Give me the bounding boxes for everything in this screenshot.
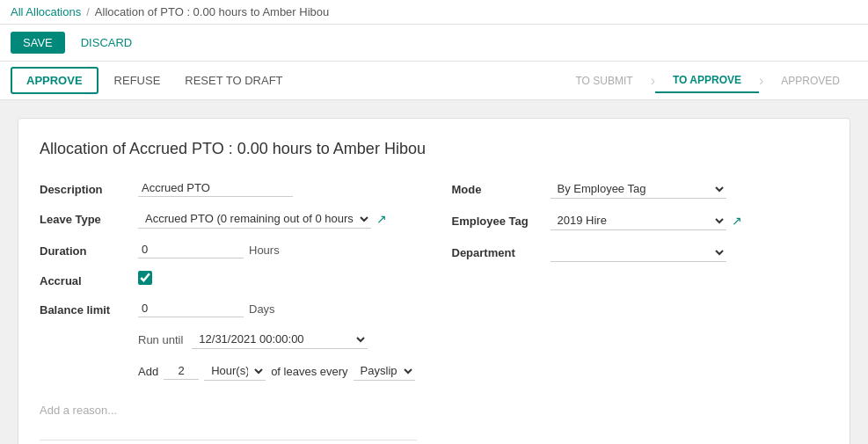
run-until-row: Run until 12/31/2021 00:00:00 <box>40 330 417 349</box>
add-reason-container: Add a reason... <box>40 395 417 426</box>
accrual-label: Accrual <box>40 271 128 288</box>
breadcrumb: All Allocations / Allocation of PTO : 0.… <box>11 5 329 18</box>
description-value-container <box>138 179 417 197</box>
main-content: Allocation of Accrued PTO : 0.00 hours t… <box>0 100 868 444</box>
status-to-submit: TO SUBMIT <box>558 69 651 92</box>
add-leaves-row: Add Hour(s) of leaves every Payslip <box>40 361 417 381</box>
form-title: Allocation of Accrued PTO : 0.00 hours t… <box>40 140 828 158</box>
accrual-checkbox[interactable] <box>138 271 152 285</box>
status-bar: TO SUBMIT › TO APPROVE › APPROVED <box>558 69 858 93</box>
accrual-value-container <box>138 271 417 285</box>
approve-button[interactable]: APPROVE <box>11 67 98 94</box>
duration-input[interactable] <box>138 241 244 258</box>
description-input[interactable] <box>138 179 293 197</box>
balance-limit-label: Balance limit <box>40 300 128 317</box>
leave-type-select[interactable]: Accrued PTO (0 remaining out of 0 hours <box>138 209 371 229</box>
mode-label: Mode <box>452 179 540 196</box>
balance-limit-input[interactable] <box>138 300 244 317</box>
leave-type-row: Leave Type Accrued PTO (0 remaining out … <box>40 209 417 229</box>
leave-type-external-link-icon[interactable]: ↗ <box>376 212 387 226</box>
duration-label: Duration <box>40 241 128 258</box>
discard-button[interactable]: DISCARD <box>72 32 142 54</box>
employee-tag-external-link-icon[interactable]: ↗ <box>732 214 742 228</box>
description-label: Description <box>40 179 128 196</box>
save-button[interactable]: SAVE <box>11 32 65 54</box>
breadcrumb-parent[interactable]: All Allocations <box>11 5 81 18</box>
department-select[interactable] <box>551 243 726 262</box>
save-discard-toolbar: SAVE DISCARD <box>0 25 868 62</box>
department-value-container <box>551 243 829 262</box>
breadcrumb-current: Allocation of PTO : 0.00 hours to Amber … <box>95 5 329 18</box>
left-column: Description Leave Type Accrued PTO (0 re… <box>40 179 417 444</box>
add-label: Add <box>138 365 158 378</box>
refuse-button[interactable]: REFUSE <box>106 69 170 92</box>
balance-limit-row: Balance limit Days <box>40 300 417 317</box>
mode-row: Mode By Employee Tag <box>452 179 829 199</box>
right-column: Mode By Employee Tag Employee Tag 2019 H… <box>452 179 829 444</box>
employee-tag-row: Employee Tag 2019 Hire ↗ <box>452 211 829 230</box>
topbar: All Allocations / Allocation of PTO : 0.… <box>0 0 868 25</box>
status-to-approve: TO APPROVE <box>655 69 759 93</box>
description-row: Description <box>40 179 417 197</box>
action-buttons: APPROVE REFUSE RESET TO DRAFT <box>11 67 558 94</box>
status-approved: APPROVED <box>763 69 857 92</box>
form-divider <box>40 440 417 440</box>
mode-select[interactable]: By Employee Tag <box>551 179 726 199</box>
add-unit-select[interactable]: Hour(s) <box>204 361 266 381</box>
leave-type-value-container: Accrued PTO (0 remaining out of 0 hours … <box>138 209 417 229</box>
form-card: Allocation of Accrued PTO : 0.00 hours t… <box>18 118 850 444</box>
breadcrumb-separator: / <box>86 5 90 18</box>
balance-limit-unit: Days <box>249 302 275 316</box>
department-label: Department <box>452 243 540 259</box>
reset-to-draft-button[interactable]: RESET TO DRAFT <box>176 69 291 92</box>
department-row: Department <box>452 243 829 262</box>
add-value-input[interactable] <box>164 362 199 380</box>
employee-tag-select[interactable]: 2019 Hire <box>551 211 726 230</box>
employee-tag-label: Employee Tag <box>452 211 540 228</box>
mode-value-container: By Employee Tag <box>551 179 829 199</box>
add-reason-text[interactable]: Add a reason... <box>40 395 417 426</box>
accrual-row: Accrual <box>40 271 417 288</box>
duration-unit: Hours <box>249 244 280 257</box>
balance-limit-value-container: Days <box>138 300 417 317</box>
form-layout: Description Leave Type Accrued PTO (0 re… <box>40 179 828 444</box>
employee-tag-value-container: 2019 Hire ↗ <box>551 211 829 230</box>
run-until-label: Run until <box>138 333 183 346</box>
leave-type-label: Leave Type <box>40 209 128 226</box>
duration-value-container: Hours <box>138 241 417 258</box>
action-bar: APPROVE REFUSE RESET TO DRAFT TO SUBMIT … <box>0 62 868 100</box>
add-frequency-select[interactable]: Payslip <box>354 361 415 381</box>
add-of-leaves-text: of leaves every <box>271 365 347 378</box>
duration-row: Duration Hours <box>40 241 417 258</box>
run-until-select[interactable]: 12/31/2021 00:00:00 <box>192 330 368 349</box>
